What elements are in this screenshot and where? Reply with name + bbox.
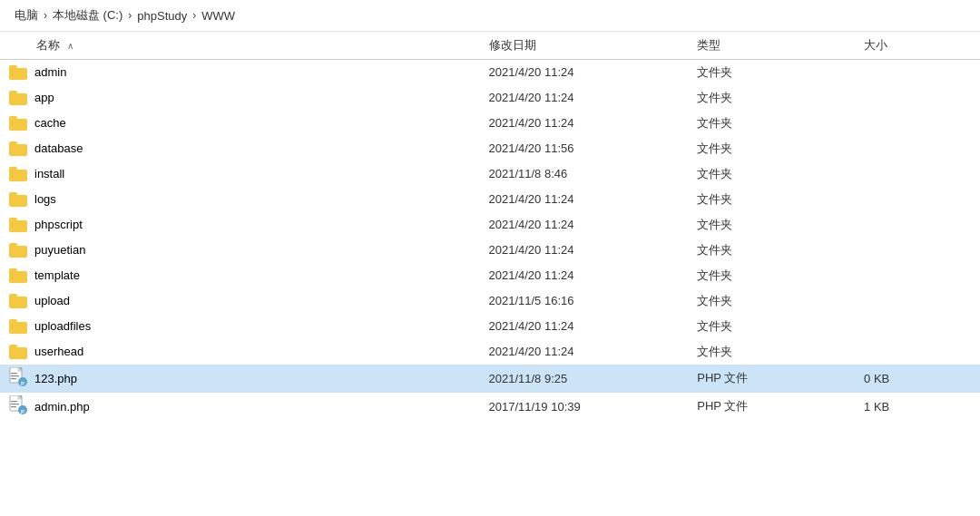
file-type-cell: 文件夹: [688, 212, 855, 238]
file-name-label: upload: [34, 294, 70, 307]
file-name-label: admin: [34, 65, 66, 79]
svg-rect-11: [11, 406, 16, 407]
file-date-cell: 2021/4/20 11:24: [480, 111, 689, 136]
file-type-cell: 文件夹: [688, 60, 855, 85]
file-size-cell: [855, 111, 980, 136]
file-type-cell: 文件夹: [688, 263, 855, 288]
file-name-cell[interactable]: install: [0, 161, 480, 187]
file-name-cell[interactable]: P 123.php: [0, 365, 480, 393]
file-name-cell[interactable]: uploadfiles: [0, 314, 480, 339]
file-name-cell[interactable]: upload: [0, 288, 480, 314]
file-size-cell: [855, 161, 980, 187]
file-type-cell: 文件夹: [688, 339, 855, 365]
file-type-cell: 文件夹: [688, 314, 855, 339]
file-type-cell: 文件夹: [688, 111, 855, 136]
svg-rect-2: [11, 373, 17, 374]
breadcrumb-c[interactable]: 本地磁盘 (C:): [53, 7, 122, 24]
folder-icon: [9, 192, 27, 207]
file-size-cell: [855, 212, 980, 238]
svg-rect-10: [11, 404, 19, 404]
table-row[interactable]: install2021/11/8 8:46文件夹: [0, 161, 980, 187]
file-name-cell[interactable]: P admin.php: [0, 393, 480, 421]
table-row[interactable]: userhead2021/4/20 11:24文件夹: [0, 339, 980, 365]
file-date-cell: 2021/4/20 11:24: [480, 85, 689, 111]
file-name-cell[interactable]: admin: [0, 60, 480, 85]
file-explorer: 电脑 › 本地磁盘 (C:) › phpStudy › WWW 名称 ∧ 修改日…: [0, 0, 980, 516]
php-file-icon: P: [9, 367, 27, 390]
folder-icon: [9, 167, 27, 181]
table-row[interactable]: puyuetian2021/4/20 11:24文件夹: [0, 238, 980, 263]
file-list-container: 名称 ∧ 修改日期 类型 大小 admin2021/4/20 11:24文件夹a…: [0, 32, 980, 516]
sort-arrow-icon: ∧: [67, 41, 74, 51]
file-name-label: app: [34, 91, 54, 104]
breadcrumb-sep-3: ›: [192, 9, 196, 22]
file-date-cell: 2021/4/20 11:56: [480, 136, 689, 161]
col-header-name[interactable]: 名称 ∧: [0, 32, 480, 60]
svg-rect-3: [11, 375, 19, 376]
file-size-cell: [855, 187, 980, 212]
file-date-cell: 2021/4/20 11:24: [480, 238, 689, 263]
file-date-cell: 2021/4/20 11:24: [480, 60, 689, 85]
breadcrumb-sep-1: ›: [44, 9, 47, 22]
file-size-cell: [855, 60, 980, 85]
file-name-cell[interactable]: logs: [0, 187, 480, 212]
folder-icon: [9, 268, 27, 283]
file-date-cell: 2021/4/20 11:24: [480, 212, 689, 238]
breadcrumb-pc[interactable]: 电脑: [15, 7, 38, 24]
table-row[interactable]: admin2021/4/20 11:24文件夹: [0, 60, 980, 85]
table-row[interactable]: app2021/4/20 11:24文件夹: [0, 85, 980, 111]
table-row[interactable]: logs2021/4/20 11:24文件夹: [0, 187, 980, 212]
table-row[interactable]: template2021/4/20 11:24文件夹: [0, 263, 980, 288]
file-name-cell[interactable]: phpscript: [0, 212, 480, 238]
file-date-cell: 2017/11/19 10:39: [480, 393, 689, 421]
breadcrumb-phpstudy[interactable]: phpStudy: [137, 9, 187, 23]
svg-text:P: P: [21, 409, 24, 414]
file-name-cell[interactable]: cache: [0, 111, 480, 136]
table-row[interactable]: P admin.php2017/11/19 10:39PHP 文件1 KB: [0, 393, 980, 421]
file-size-cell: [855, 263, 980, 288]
col-header-date[interactable]: 修改日期: [480, 32, 689, 60]
file-table: 名称 ∧ 修改日期 类型 大小 admin2021/4/20 11:24文件夹a…: [0, 32, 980, 421]
file-name-label: admin.php: [34, 400, 90, 414]
file-name-cell[interactable]: userhead: [0, 339, 480, 365]
file-date-cell: 2021/11/5 16:16: [480, 288, 689, 314]
breadcrumb: 电脑 › 本地磁盘 (C:) › phpStudy › WWW: [0, 0, 980, 32]
file-date-cell: 2021/4/20 11:24: [480, 187, 689, 212]
file-name-cell[interactable]: app: [0, 85, 480, 111]
table-row[interactable]: phpscript2021/4/20 11:24文件夹: [0, 212, 980, 238]
col-header-type[interactable]: 类型: [688, 32, 855, 60]
file-name-label: template: [34, 268, 80, 282]
table-row[interactable]: database2021/4/20 11:56文件夹: [0, 136, 980, 161]
table-row[interactable]: uploadfiles2021/4/20 11:24文件夹: [0, 314, 980, 339]
table-row[interactable]: upload2021/11/5 16:16文件夹: [0, 288, 980, 314]
breadcrumb-www[interactable]: WWW: [201, 9, 235, 23]
folder-icon: [9, 116, 27, 131]
folder-icon: [9, 141, 27, 156]
file-type-cell: 文件夹: [688, 85, 855, 111]
file-name-label: install: [34, 167, 64, 180]
folder-icon: [9, 243, 27, 258]
file-name-cell[interactable]: template: [0, 263, 480, 288]
file-date-cell: 2021/11/8 8:46: [480, 161, 689, 187]
folder-icon: [9, 91, 27, 105]
file-name-cell[interactable]: puyuetian: [0, 238, 480, 263]
file-name-cell[interactable]: database: [0, 136, 480, 161]
file-date-cell: 2021/11/8 9:25: [480, 365, 689, 393]
svg-rect-4: [11, 378, 16, 379]
file-name-label: logs: [34, 192, 56, 206]
file-type-cell: PHP 文件: [688, 393, 855, 421]
file-type-cell: 文件夹: [688, 136, 855, 161]
file-name-label: uploadfiles: [34, 319, 91, 333]
folder-icon: [9, 65, 27, 80]
file-name-label: phpscript: [34, 218, 83, 231]
col-header-size[interactable]: 大小: [855, 32, 980, 60]
table-row[interactable]: P 123.php2021/11/8 9:25PHP 文件0 KB: [0, 365, 980, 393]
breadcrumb-sep-2: ›: [128, 9, 132, 22]
file-name-label: 123.php: [34, 372, 77, 385]
file-size-cell: [855, 136, 980, 161]
file-size-cell: [855, 314, 980, 339]
table-row[interactable]: cache2021/4/20 11:24文件夹: [0, 111, 980, 136]
file-name-label: cache: [34, 116, 66, 130]
svg-rect-9: [11, 401, 17, 402]
file-type-cell: 文件夹: [688, 187, 855, 212]
